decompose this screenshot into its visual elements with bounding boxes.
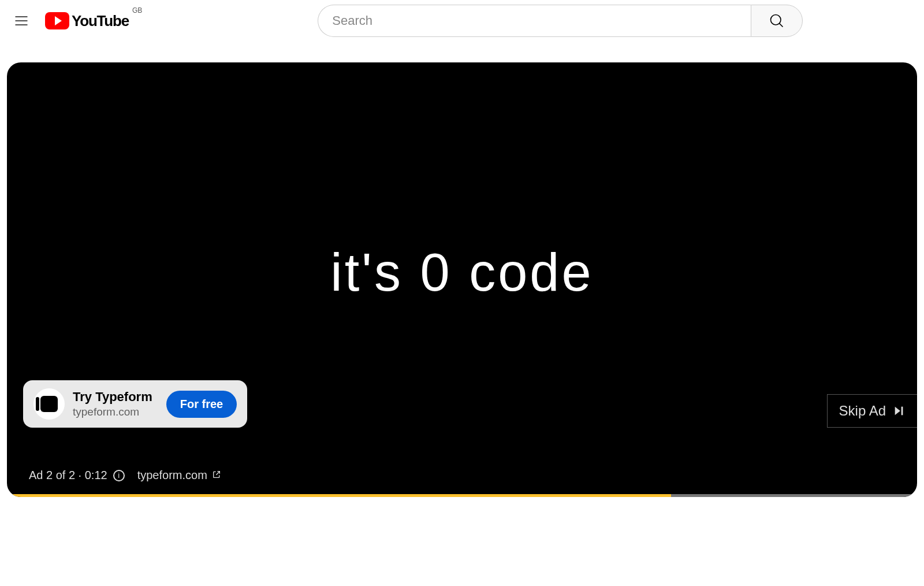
skip-ad-label: Skip Ad [839, 403, 886, 419]
ad-frame-text: it's 0 code [330, 242, 593, 303]
svg-point-3 [771, 15, 781, 25]
open-external-icon [212, 469, 221, 482]
svg-rect-6 [901, 407, 903, 416]
ad-progress-remaining [671, 494, 917, 497]
ad-info-icon[interactable]: i [113, 470, 125, 481]
ad-destination-link[interactable]: typeform.com [137, 469, 221, 482]
youtube-logo[interactable]: YouTube GB [45, 12, 139, 30]
ad-cta-button[interactable]: For free [166, 391, 237, 418]
youtube-logo-icon [45, 12, 69, 29]
typeform-icon [40, 396, 58, 412]
video-player[interactable]: it's 0 code Try Typeform typeform.com Fo… [7, 62, 917, 497]
svg-marker-5 [895, 407, 900, 416]
search-icon [769, 13, 785, 29]
hamburger-icon [13, 13, 29, 29]
menu-button[interactable] [9, 9, 33, 33]
ad-progress-bar[interactable] [7, 494, 917, 497]
ad-info-row: Ad 2 of 2 · 0:12 i typeform.com [29, 469, 221, 482]
ad-companion-texts: Try Typeform typeform.com [73, 390, 152, 418]
ad-counter: Ad 2 of 2 · 0:12 i [29, 469, 125, 482]
region-code: GB [132, 6, 142, 14]
skip-next-icon [893, 405, 906, 417]
youtube-logo-text: YouTube [72, 12, 129, 30]
ad-companion-card[interactable]: Try Typeform typeform.com For free [23, 380, 247, 428]
advertiser-avatar [33, 388, 65, 420]
ad-counter-text: Ad 2 of 2 · 0:12 [29, 469, 107, 482]
play-triangle-icon [55, 16, 62, 25]
ad-progress-played [7, 494, 671, 497]
svg-line-4 [780, 24, 783, 27]
search-form [318, 5, 803, 37]
ad-companion-title: Try Typeform [73, 390, 152, 405]
search-input[interactable] [318, 5, 751, 37]
search-button[interactable] [751, 5, 803, 37]
ad-companion-domain: typeform.com [73, 406, 152, 418]
ad-destination-text: typeform.com [137, 469, 207, 482]
header-bar: YouTube GB [0, 0, 924, 42]
search-area [318, 5, 803, 37]
skip-ad-button[interactable]: Skip Ad [827, 394, 917, 428]
